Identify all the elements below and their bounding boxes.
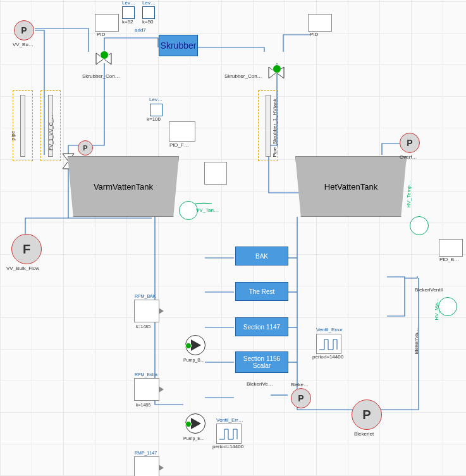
pulse-ventil-error[interactable] xyxy=(316,334,341,354)
sensor-hv-ma-lbl: HV_Ma… xyxy=(434,298,439,320)
port-label: VV_Bu… xyxy=(13,42,34,47)
valve-skrubber-left[interactable] xyxy=(95,52,113,66)
rpm-bak-k: k=1485 xyxy=(136,324,150,329)
port-overf[interactable]: P Overf… xyxy=(400,133,420,153)
pump-b1[interactable]: Pump_B… xyxy=(185,335,205,355)
lev3-k: k=100 xyxy=(147,116,161,122)
rpm-extra-k: k=1485 xyxy=(136,403,150,407)
blekeri-ve-lbl: BlekeriVe… xyxy=(247,381,273,387)
pid-b-lbl: PID_B… xyxy=(439,257,459,262)
sensor-hv-ma[interactable] xyxy=(438,297,457,316)
port-label: Blekeriet xyxy=(354,431,374,437)
sensor-vv-tan[interactable] xyxy=(179,201,198,220)
s1156-label-a: Section 1156 xyxy=(243,355,280,362)
pump-b1-lbl: Pump_B… xyxy=(183,358,205,362)
valve-skrubber-right[interactable] xyxy=(267,66,285,80)
rpm-bak-title: RPM_BAK xyxy=(135,294,156,298)
ventil-error-period: period=14400 xyxy=(312,354,343,360)
s1156-label-b: Scalar xyxy=(253,362,271,369)
lev1-title: Lev… xyxy=(122,0,135,6)
blekeri-ventil-lbl: BlekeriVentil xyxy=(415,287,443,293)
rmp-1147-title: RMP_1147 xyxy=(135,451,157,455)
pulse-ventil-err[interactable] xyxy=(216,424,242,444)
port-p-small[interactable]: P xyxy=(78,140,93,156)
subsystem-1147[interactable]: Section 1147 xyxy=(235,317,288,336)
diagram-canvas[interactable]: P VV_Bu… Lev… k=52 Lev… k=50 add7 PID PI… xyxy=(0,0,466,476)
pid-left-lbl: PID xyxy=(97,32,105,37)
valve-indicator-icon xyxy=(100,51,109,59)
skrubber-block[interactable]: Skrubber xyxy=(159,35,198,56)
sensor-hv-temp[interactable] xyxy=(410,216,429,235)
port-letter: P xyxy=(352,400,382,430)
add7-label: add7 xyxy=(135,27,146,33)
skrubber-con-r: Skrubber_Con… xyxy=(224,73,262,79)
port-letter: P xyxy=(78,140,93,156)
lev1-k: k=52 xyxy=(122,19,133,25)
pid-left[interactable] xyxy=(95,14,119,32)
lev3-title: Lev… xyxy=(149,97,162,102)
port-letter: P xyxy=(400,133,420,153)
lev2-title: Lev… xyxy=(142,0,156,6)
sensor-hv-temp-lbl: HV_Temp… xyxy=(406,180,412,207)
bak-label: BAK xyxy=(255,253,268,260)
const-rpm-bak[interactable]: RPM_BAK k=1485 xyxy=(134,300,159,322)
pipe-left-label: pipe xyxy=(10,131,16,140)
subsystem-bak[interactable]: BAK xyxy=(235,247,288,265)
rpm-extra-title: RPM_Extra xyxy=(135,372,157,377)
pid-mid-lbl: PID_F… xyxy=(169,142,189,148)
sensor-vv-tan-lbl: VV_Tan… xyxy=(196,207,219,213)
port-label: Overf… xyxy=(400,154,417,160)
varm-vatten-tank[interactable]: VarmVattenTank xyxy=(68,156,179,217)
gain-lev2[interactable] xyxy=(142,6,155,19)
tank-label: VarmVattenTank xyxy=(94,182,153,192)
subsystem-1156[interactable]: Section 1156 Scalar xyxy=(235,351,288,373)
pipe-mid-label: FV_1_VV_C_… xyxy=(48,114,54,150)
s1147-label: Section 1147 xyxy=(243,324,280,331)
skrubber-con-l: Skrubber_Con… xyxy=(82,73,120,79)
rest-label: The Rest xyxy=(249,288,275,295)
ventil-error-title: Ventil_Error xyxy=(316,327,343,333)
port-label: VV_Bulk_Flow xyxy=(6,265,39,271)
subsystem-rest[interactable]: The Rest xyxy=(235,282,288,301)
lev2-k: k=50 xyxy=(142,19,154,25)
ventil-err-title: Ventil_Err… xyxy=(216,417,243,423)
pid-right[interactable] xyxy=(308,14,332,32)
gain-lev3[interactable] xyxy=(150,104,162,116)
port-letter: P xyxy=(291,388,311,408)
const-rmp-1147[interactable]: RMP_1147 k=1485 xyxy=(134,456,159,476)
skrubber-label: Skrubber xyxy=(161,40,197,51)
het-vatten-tank[interactable]: HetVattenTank xyxy=(295,156,407,217)
pid-mid[interactable] xyxy=(169,121,195,142)
pump-e-lbl: Pump_E… xyxy=(183,436,205,441)
pipe-right-label: Pipe_Skrubber_1_HVtank xyxy=(272,99,278,157)
port-blekeri-ve[interactable]: P Bleke… xyxy=(291,388,311,408)
port-blekeriet[interactable]: P Blekeriet xyxy=(352,400,382,430)
pipe-left[interactable] xyxy=(13,90,33,161)
pid-b[interactable] xyxy=(439,239,463,257)
ventil-err-period: period=14400 xyxy=(212,444,243,449)
port-vv-bulk-flow[interactable]: F VV_Bulk_Flow xyxy=(11,234,42,264)
port-vv-bulk[interactable]: P VV_Bu… xyxy=(14,20,34,40)
const-rpm-extra[interactable]: RPM_Extra k=1485 xyxy=(134,378,159,401)
port-letter: P xyxy=(14,20,34,40)
pump-e[interactable]: Pump_E… xyxy=(185,413,205,434)
tank-label: HetVattenTank xyxy=(324,182,377,192)
pid-right-lbl: PID xyxy=(310,32,318,37)
const-blank[interactable] xyxy=(204,162,227,185)
port-label: Bleke… xyxy=(291,382,309,388)
gain-lev1[interactable] xyxy=(122,6,135,19)
port-letter: F xyxy=(11,234,42,264)
blekeri-va-lbl: BlekeriVa… xyxy=(414,328,419,355)
valve-indicator-icon xyxy=(273,64,281,73)
